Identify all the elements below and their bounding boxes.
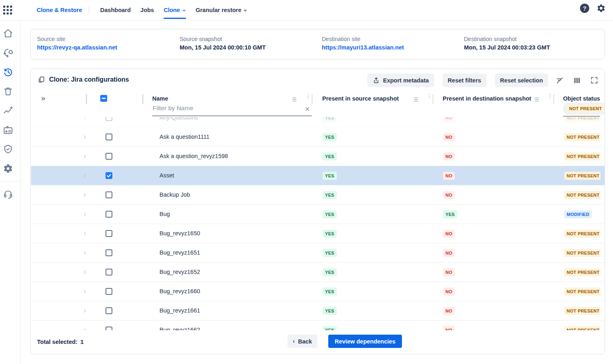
row-source-cell: YES xyxy=(323,172,337,180)
columns-icon[interactable] xyxy=(573,76,582,85)
settings-icon[interactable] xyxy=(596,4,606,13)
row-expand-chevron-icon[interactable]: › xyxy=(84,151,86,160)
snapshot-info-bar: Source site https://revyz-qa.atlassian.n… xyxy=(30,29,605,60)
status-badge: NOT PRESENT O xyxy=(564,249,601,257)
row-name: Ask a question1111 xyxy=(159,128,209,146)
name-filter: ✕ xyxy=(152,103,312,116)
app-switcher-icon[interactable] xyxy=(3,6,12,14)
shield-check-icon[interactable] xyxy=(3,144,13,154)
destination-badge: NO xyxy=(443,249,455,257)
source-badge: YES xyxy=(323,268,337,276)
chevron-down-icon xyxy=(243,8,247,12)
column-menu-icon[interactable]: ⋮ xyxy=(547,95,551,97)
row-checkbox[interactable] xyxy=(106,172,112,179)
row-expand-chevron-icon[interactable]: › xyxy=(84,228,86,237)
clear-filter-icon[interactable]: ✕ xyxy=(305,105,310,113)
help-icon[interactable]: ? xyxy=(580,4,589,13)
column-resize-handle[interactable] xyxy=(433,94,433,104)
row-checkbox[interactable] xyxy=(106,230,112,237)
select-all-checkbox[interactable] xyxy=(100,95,107,102)
row-expand-chevron-icon[interactable]: › xyxy=(84,247,86,256)
column-resize-handle[interactable] xyxy=(86,94,87,104)
fullscreen-icon[interactable] xyxy=(590,76,599,85)
row-expand-chevron-icon[interactable]: › xyxy=(84,189,86,198)
row-checkbox[interactable] xyxy=(106,307,112,314)
row-expand-chevron-icon[interactable]: › xyxy=(84,132,86,140)
row-checkbox[interactable] xyxy=(106,211,112,218)
nav-item-jobs[interactable]: Jobs xyxy=(136,0,159,20)
row-destination-cell: YES xyxy=(443,210,457,218)
column-menu-icon[interactable]: ⋮ xyxy=(305,95,309,97)
column-menu-icon[interactable]: ⋮ xyxy=(427,95,430,97)
row-source-cell: YES xyxy=(323,210,337,218)
drag-handle-icon[interactable]: ☰ xyxy=(292,97,297,103)
source-site-label: Source site xyxy=(37,36,65,42)
table-row[interactable]: › Asset YES NO NOT PRESENT O xyxy=(31,166,605,185)
name-filter-input[interactable] xyxy=(152,103,312,116)
row-expand-chevron-icon[interactable]: › xyxy=(84,170,86,179)
review-dependencies-button[interactable]: Review dependencies xyxy=(328,335,402,348)
row-checkbox[interactable] xyxy=(106,134,112,140)
table-row[interactable]: › Bug_revyz1661 YES NO NOT PRESENT O xyxy=(31,301,605,321)
reset-selection-button[interactable]: Reset selection xyxy=(495,74,548,87)
destination-site-link[interactable]: https://mayuri13.atlassian.net xyxy=(322,44,404,51)
status-badge: NOT PRESENT O xyxy=(564,133,601,141)
table-row[interactable]: › Ask a question_revyz1598 YES NO NOT PR… xyxy=(31,147,605,166)
row-checkbox[interactable] xyxy=(106,288,112,295)
analytics-icon[interactable] xyxy=(3,105,13,116)
table-header: » Name ☰ ⋮ Present in source snapshot ☰ … xyxy=(31,91,605,117)
backup-sync-icon[interactable] xyxy=(3,47,13,58)
row-status-cell: MODIFIED xyxy=(564,210,601,218)
source-site-link[interactable]: https://revyz-qa.atlassian.net xyxy=(37,44,117,51)
row-expand-chevron-icon[interactable]: › xyxy=(84,209,86,218)
destination-badge: NO xyxy=(443,152,455,160)
source-badge: YES xyxy=(323,191,337,199)
destination-badge: NO xyxy=(443,133,455,141)
table-row[interactable]: › Bug YES YES MODIFIED xyxy=(31,205,605,224)
expand-all-icon[interactable]: » xyxy=(41,94,46,103)
column-resize-handle[interactable] xyxy=(142,94,143,104)
column-header-name: Name xyxy=(152,95,168,102)
row-checkbox[interactable] xyxy=(106,153,112,160)
status-badge: NOT PRESENT O xyxy=(564,268,601,276)
nav-brand-clone-restore[interactable]: Clone & Restore xyxy=(37,7,82,13)
row-checkbox[interactable] xyxy=(106,269,112,276)
source-snapshot-value: Mon, 15 Jul 2024 00:00:10 GMT xyxy=(180,44,266,51)
table-row[interactable]: › Bug_revyz1650 YES NO NOT PRESENT O xyxy=(31,224,605,243)
nav-item-clone[interactable]: Clone xyxy=(159,0,191,20)
home-icon[interactable] xyxy=(3,28,13,39)
export-metadata-button[interactable]: Export metadata xyxy=(367,74,434,87)
reset-filters-button[interactable]: Reset filters xyxy=(443,74,487,87)
row-expand-chevron-icon[interactable]: › xyxy=(84,267,86,276)
row-expand-chevron-icon[interactable]: › xyxy=(84,286,86,295)
column-resize-handle[interactable] xyxy=(553,94,554,104)
row-expand-chevron-icon[interactable]: › xyxy=(84,305,86,314)
filter-off-icon[interactable] xyxy=(555,76,564,85)
status-badge: NOT PRESENT O xyxy=(564,230,601,238)
row-checkbox[interactable] xyxy=(106,249,112,256)
row-source-cell: YES xyxy=(323,230,337,238)
status-badge: NOT PRESENT O xyxy=(564,307,601,315)
drag-handle-icon[interactable]: ☰ xyxy=(414,97,418,103)
table-row[interactable]: › Bug_revyz1662 YES NO NOT PRESENT O xyxy=(31,321,605,331)
table-row[interactable]: › Bug_revyz1660 YES NO NOT PRESENT O xyxy=(31,282,605,301)
status-filter-chip[interactable]: NOT PRESENT xyxy=(563,103,605,115)
back-button[interactable]: ‹ Back xyxy=(288,335,317,348)
chevron-left-icon: ‹ xyxy=(293,337,295,344)
settings-icon-sidebar[interactable] xyxy=(3,163,13,174)
table-row[interactable]: › Bug_revyz1651 YES NO NOT PRESENT O xyxy=(31,243,605,263)
row-destination-cell: NO xyxy=(443,268,455,276)
support-headset-icon[interactable] xyxy=(3,189,13,199)
row-name: Asset xyxy=(159,166,174,185)
nav-item-granular-restore[interactable]: Granular restore xyxy=(191,0,253,20)
drag-handle-icon[interactable]: ☰ xyxy=(534,97,539,103)
table-row[interactable]: › Ask a question1111 YES NO NOT PRESENT … xyxy=(31,128,605,147)
table-row[interactable]: › Backup Job YES NO NOT PRESENT O xyxy=(31,185,605,205)
table-row[interactable]: › Bug_revyz1652 YES NO NOT PRESENT O xyxy=(31,263,605,282)
nav-item-dashboard[interactable]: Dashboard xyxy=(95,0,136,20)
restore-history-icon[interactable] xyxy=(3,67,13,77)
trash-icon[interactable] xyxy=(3,86,13,97)
row-checkbox[interactable] xyxy=(106,191,112,198)
column-resize-handle[interactable] xyxy=(312,94,313,104)
id-badge-icon[interactable] xyxy=(3,125,13,135)
